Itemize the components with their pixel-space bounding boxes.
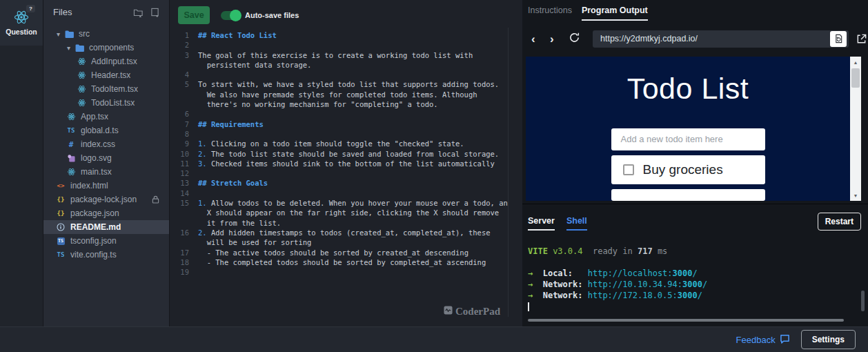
url-bar[interactable]: https://y2dmtkyj.cdpad.io/ xyxy=(593,30,849,48)
code-line: 17 - The active todos should be sorted b… xyxy=(170,248,522,257)
file-tree-item[interactable]: main.tsx xyxy=(43,165,169,179)
line-number: 4 xyxy=(170,70,189,79)
new-file-icon[interactable] xyxy=(150,8,159,17)
question-tab[interactable]: ? Question xyxy=(0,0,43,46)
code-line: 1## React Todo List xyxy=(170,30,522,40)
file-tree-item[interactable]: {}package-lock.json xyxy=(43,193,169,206)
horizontal-scrollbar[interactable] xyxy=(528,319,844,322)
output-tabs: Instructions Program Output xyxy=(522,0,868,21)
css-icon: # xyxy=(66,140,77,149)
file-tree-item[interactable]: logo.svg xyxy=(43,151,169,165)
react-icon xyxy=(76,57,87,66)
file-tree: ▾src▾componentsAddInput.tsxHeader.tsxTod… xyxy=(43,21,169,262)
chevron-down-icon[interactable]: ▾ xyxy=(63,44,74,52)
terminal-output[interactable]: VITE v3.0.4 ready in 717 ms → Local: htt… xyxy=(528,246,707,312)
chevron-down-icon[interactable]: ▾ xyxy=(53,30,63,38)
file-tree-item[interactable]: README.md xyxy=(43,220,169,234)
new-folder-icon[interactable] xyxy=(133,8,144,17)
tsconfig-icon: TS xyxy=(55,237,66,245)
autosave-toggle[interactable]: Auto-save files xyxy=(221,11,299,20)
line-number: 15 xyxy=(170,198,189,228)
line-number: 1 xyxy=(170,30,189,40)
scrollbar-thumb[interactable] xyxy=(851,68,860,88)
new-todo-placeholder: Add a new todo item here xyxy=(621,134,723,144)
file-tree-item[interactable]: Header.tsx xyxy=(43,68,169,82)
code-line: 102. The todo list state should be saved… xyxy=(170,149,522,159)
code-editor[interactable]: 1## React Todo List2 3The goal of this e… xyxy=(170,30,522,277)
coderpad-logo-text: CoderPad xyxy=(455,306,500,317)
autosave-label: Auto-save files xyxy=(245,11,299,19)
footer-bar: Feedback Settings xyxy=(0,326,868,352)
tab-program-output[interactable]: Program Output xyxy=(582,6,648,21)
files-panel: Files ▾src▾componentsAddInput.tsxHeader.… xyxy=(43,0,170,326)
file-tree-item[interactable]: {}package.json xyxy=(43,206,169,220)
line-number: 8 xyxy=(170,129,189,139)
browser-toolbar: ‹ › https://y2dmtkyj.cdpad.io/ xyxy=(522,21,868,57)
save-button[interactable]: Save xyxy=(178,6,210,24)
todo-checkbox[interactable] xyxy=(623,164,634,175)
lock-icon xyxy=(152,195,159,204)
tab-shell[interactable]: Shell xyxy=(566,216,587,231)
speech-bubble-icon xyxy=(780,334,790,346)
file-tree-item[interactable]: TodoItem.tsx xyxy=(43,82,169,96)
todo-app-title: Todo List xyxy=(627,72,749,106)
file-tree-item[interactable]: TStsconfig.json xyxy=(43,234,169,248)
new-todo-input[interactable]: Add a new todo item here xyxy=(611,128,765,150)
code-line: 8 xyxy=(170,129,522,139)
file-name: package-lock.json xyxy=(70,195,137,204)
file-name: package.json xyxy=(70,208,119,218)
tab-instructions[interactable]: Instructions xyxy=(528,6,572,21)
scroll-up-icon[interactable]: ▲ xyxy=(850,57,861,68)
file-tree-item[interactable]: TSvite.config.ts xyxy=(43,248,169,262)
editor-panel: Save Auto-save files 1## React Todo List… xyxy=(170,0,522,326)
console-panel: Server Shell Console Restart VITE v3.0.4… xyxy=(522,204,868,326)
page-reload-icon[interactable] xyxy=(830,31,847,47)
file-tree-item[interactable]: TodoList.tsx xyxy=(43,96,169,110)
code-line: 162. Add hidden timestamps to todos (cre… xyxy=(170,228,522,248)
file-tree-item[interactable]: <>index.html xyxy=(43,179,169,193)
line-number: 18 xyxy=(170,257,189,267)
todo-item[interactable]: Buy groceries xyxy=(611,155,765,184)
code-line: 151. Allow todos to be deleted. When you… xyxy=(170,198,522,228)
scroll-down-icon[interactable]: ▼ xyxy=(850,190,861,201)
todo-app: Todo List Add a new todo item here Buy g… xyxy=(526,57,850,201)
back-icon[interactable]: ‹ xyxy=(531,33,550,45)
line-number: 5 xyxy=(170,79,189,109)
file-name: README.md xyxy=(70,222,121,232)
open-external-icon[interactable] xyxy=(856,33,867,45)
question-mark-badge: ? xyxy=(26,5,35,12)
vertical-scrollbar-thumb[interactable] xyxy=(861,291,865,311)
forward-icon[interactable]: › xyxy=(550,33,569,45)
todo-item-partial[interactable] xyxy=(611,189,765,202)
file-tree-item[interactable]: AddInput.tsx xyxy=(43,55,169,68)
line-number: 6 xyxy=(170,109,189,119)
tab-server[interactable]: Server xyxy=(528,216,555,231)
terminal-line: VITE v3.0.4 ready in 717 ms xyxy=(528,246,707,257)
refresh-icon[interactable] xyxy=(569,32,587,46)
file-tree-item[interactable]: App.tsx xyxy=(43,110,169,124)
restart-button[interactable]: Restart xyxy=(818,213,861,231)
file-tree-item[interactable]: TSglobal.d.ts xyxy=(43,124,169,137)
files-header: Files xyxy=(43,0,169,21)
file-tree-item[interactable]: ▾components xyxy=(43,41,169,55)
console-tabs: Server Shell Console xyxy=(522,204,868,231)
line-number: 2 xyxy=(170,40,189,50)
terminal-line: → Network: http://10.10.34.94:3000/ xyxy=(528,279,707,290)
code-line: 113. Checked items should sink to the bo… xyxy=(170,159,522,168)
file-name: main.tsx xyxy=(81,167,112,177)
file-tree-item[interactable]: ▾src xyxy=(43,27,169,41)
preview-scrollbar[interactable]: ▲ ▼ xyxy=(850,57,861,201)
terminal-cursor xyxy=(528,302,529,311)
feedback-link[interactable]: Feedback xyxy=(736,334,790,346)
file-tree-item[interactable]: #index.css xyxy=(43,137,169,151)
code-line: 5To start with, we have a styled todo li… xyxy=(170,79,522,109)
toggle-track-icon[interactable] xyxy=(221,11,240,20)
ts-icon: TS xyxy=(66,127,77,134)
code-line: 6 xyxy=(170,109,522,119)
image-icon xyxy=(66,155,77,162)
terminal-line: → Local: http://localhost:3000/ xyxy=(528,268,707,279)
settings-button[interactable]: Settings xyxy=(801,330,856,349)
code-line: 7## Requirements xyxy=(170,119,522,129)
todo-list: Buy groceries xyxy=(611,150,765,184)
line-number: 3 xyxy=(170,50,189,70)
